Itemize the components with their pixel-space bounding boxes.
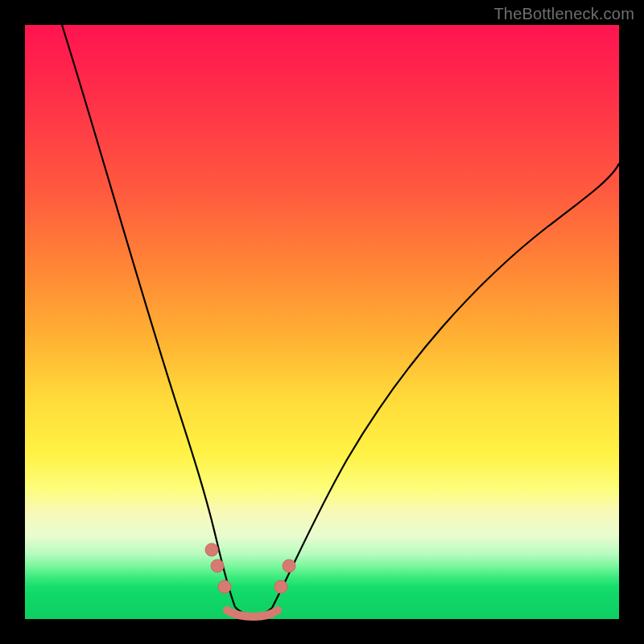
sample-dot	[211, 559, 224, 572]
sample-dot	[205, 543, 218, 556]
curve-layer	[25, 25, 619, 619]
sample-dot	[283, 559, 295, 572]
outer-frame: TheBottleneck.com	[0, 0, 644, 644]
sample-dot	[275, 580, 287, 593]
curve-right	[272, 163, 619, 608]
watermark-text: TheBottleneck.com	[493, 5, 634, 23]
curve-left	[62, 25, 235, 607]
sample-dot	[218, 580, 231, 593]
trough-highlight	[227, 610, 278, 617]
plot-area	[25, 25, 619, 619]
